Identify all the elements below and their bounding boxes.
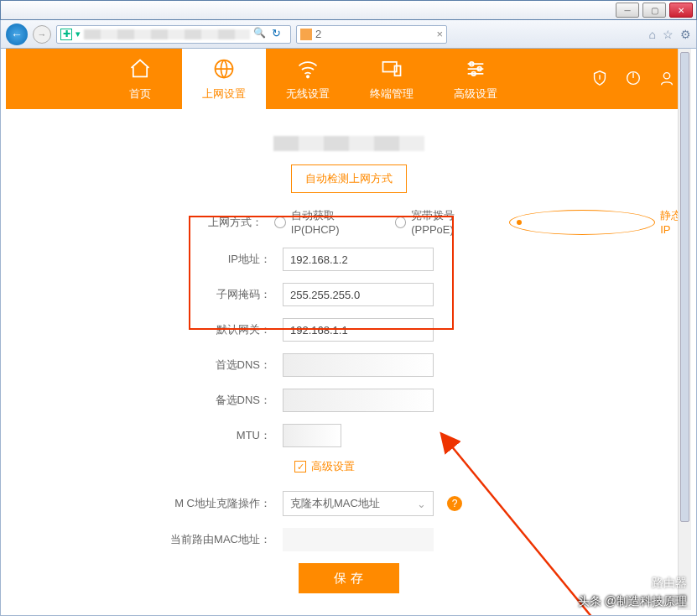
window-maximize[interactable]: ▢ <box>642 3 666 18</box>
window-minimize[interactable]: ─ <box>616 3 639 18</box>
svg-point-8 <box>663 72 669 78</box>
nav-home[interactable]: 首页 <box>98 49 182 109</box>
wifi-icon <box>296 57 320 83</box>
address-bar[interactable]: ✚ ▾ 🔍 ↻ <box>56 25 291 44</box>
advanced-label: 高级设置 <box>311 459 355 474</box>
mask-label: 子网掩码： <box>6 287 283 302</box>
user-icon[interactable] <box>658 69 676 90</box>
watermark-secondary: 路由器 <box>652 576 687 591</box>
browser-toolbar: ← → ✚ ▾ 🔍 ↻ 2 × ⌂ ☆ ⚙ <box>0 20 697 49</box>
window-titlebar: ─ ▢ ✕ <box>0 0 697 20</box>
home-icon <box>128 57 152 83</box>
refresh-icon[interactable]: ↻ <box>272 27 287 42</box>
dns2-label: 备选DNS： <box>6 393 283 408</box>
mac-clone-label: M C地址克隆操作： <box>6 496 283 511</box>
nav-label: 终端管理 <box>370 86 414 102</box>
main-nav: 首页 上网设置 无线设置 终端管理 高级设置 <box>6 49 691 109</box>
svg-point-1 <box>307 76 309 77</box>
search-icon[interactable]: 🔍 <box>253 27 268 42</box>
nav-wireless[interactable]: 无线设置 <box>266 49 350 109</box>
settings-icon[interactable]: ⚙ <box>680 28 691 41</box>
sliders-icon <box>464 57 487 83</box>
watermark-primary: 头条 @制造科技原理 <box>578 594 687 609</box>
tab-favicon <box>300 29 312 40</box>
nav-label: 无线设置 <box>286 86 330 102</box>
current-mac-label: 当前路由MAC地址： <box>6 532 283 547</box>
page-title <box>273 136 424 151</box>
ip-label: IP地址： <box>6 252 283 267</box>
radio-pppoe[interactable]: 宽带拨号(PPPoE) <box>395 208 495 236</box>
window-close[interactable]: ✕ <box>669 3 693 18</box>
power-icon[interactable] <box>624 69 642 90</box>
current-mac-value <box>283 528 434 551</box>
mac-clone-select[interactable]: 克隆本机MAC地址 ⌄ <box>283 491 434 516</box>
dns1-label: 首选DNS： <box>6 358 283 373</box>
ip-input[interactable] <box>283 248 434 271</box>
nav-label: 高级设置 <box>454 86 497 102</box>
nav-label: 上网设置 <box>202 86 246 102</box>
annotation-arrow <box>425 428 660 616</box>
save-button[interactable]: 保 存 <box>299 563 399 593</box>
chevron-down-icon: ⌄ <box>417 498 426 510</box>
gateway-input[interactable] <box>283 318 434 342</box>
conn-type-label: 上网方式： <box>6 215 274 230</box>
home-icon[interactable]: ⌂ <box>649 28 656 41</box>
url-text <box>84 29 250 39</box>
radio-dhcp[interactable]: 自动获取IP(DHCP) <box>274 208 379 236</box>
nav-advanced[interactable]: 高级设置 <box>434 49 518 109</box>
svg-rect-3 <box>395 65 401 76</box>
devices-icon <box>380 57 403 83</box>
auto-detect-button[interactable]: 自动检测上网方式 <box>291 164 407 193</box>
forward-button[interactable]: → <box>33 25 51 44</box>
checkbox-icon: ✓ <box>294 461 306 472</box>
dns1-input[interactable] <box>283 353 434 377</box>
advanced-checkbox[interactable]: ✓ 高级设置 <box>294 459 691 474</box>
scroll-thumb[interactable] <box>680 52 689 522</box>
back-button[interactable]: ← <box>6 23 28 45</box>
help-icon[interactable]: ? <box>447 496 462 511</box>
scrollbar[interactable] <box>678 49 691 610</box>
globe-icon <box>212 57 236 83</box>
add-protect-icon: ✚ <box>60 29 72 40</box>
radio-static[interactable]: 静态IP <box>509 208 691 236</box>
favorites-icon[interactable]: ☆ <box>663 28 674 41</box>
dropdown-icon: ▾ <box>75 29 81 39</box>
nav-label: 首页 <box>129 86 151 102</box>
mask-input[interactable] <box>283 283 434 306</box>
mtu-label: MTU： <box>6 428 283 443</box>
gateway-label: 默认网关： <box>6 322 283 337</box>
tab-close[interactable]: × <box>436 28 443 40</box>
nav-devices[interactable]: 终端管理 <box>350 49 434 109</box>
tab-title: 2 <box>315 28 321 40</box>
browser-tab[interactable]: 2 × <box>296 25 447 44</box>
shield-icon[interactable] <box>590 69 609 90</box>
mtu-input[interactable] <box>283 424 341 447</box>
dns2-input[interactable] <box>283 389 434 412</box>
nav-internet-settings[interactable]: 上网设置 <box>182 49 266 109</box>
